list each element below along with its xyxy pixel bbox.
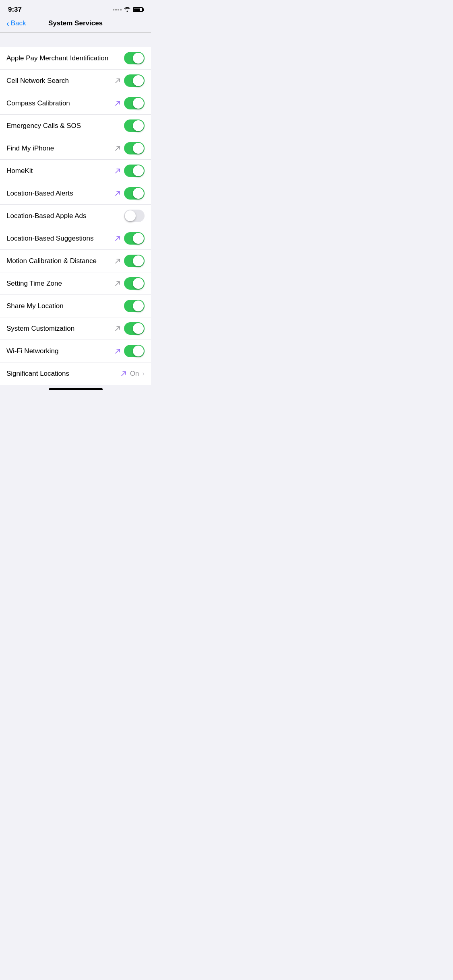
row-label-share-my-location: Share My Location: [6, 302, 64, 310]
row-label-compass: Compass Calibration: [6, 99, 70, 107]
settings-row-location-alerts[interactable]: Location-Based Alerts: [0, 182, 151, 205]
row-label-find-my-iphone: Find My iPhone: [6, 144, 54, 152]
settings-row-homekit[interactable]: HomeKit: [0, 160, 151, 182]
location-arrow-icon-compass: [114, 100, 121, 107]
row-right-wifi-networking: [114, 345, 145, 357]
toggle-knob-emergency: [133, 120, 144, 131]
nav-bar: ‹ Back System Services: [0, 16, 151, 33]
row-right-motion-calibration: [114, 255, 145, 267]
toggle-knob-location-suggestions: [133, 233, 144, 244]
row-right-homekit: [114, 165, 145, 177]
toggle-knob-compass: [133, 98, 144, 109]
row-label-cell-network: Cell Network Search: [6, 77, 69, 85]
status-time: 9:37: [8, 6, 22, 14]
row-label-homekit: HomeKit: [6, 167, 33, 175]
row-label-wifi-networking: Wi-Fi Networking: [6, 347, 58, 355]
settings-row-cell-network[interactable]: Cell Network Search: [0, 70, 151, 92]
row-label-apple-pay: Apple Pay Merchant Identification: [6, 54, 108, 62]
location-arrow-icon-cell-network: [114, 78, 121, 84]
toggle-apple-pay[interactable]: [124, 52, 145, 64]
row-right-location-suggestions: [114, 232, 145, 245]
toggle-knob-location-alerts: [133, 188, 144, 199]
page-title: System Services: [48, 19, 103, 27]
back-button[interactable]: ‹ Back: [6, 19, 26, 28]
row-right-location-apple-ads: [124, 210, 145, 222]
toggle-knob-share-my-location: [133, 301, 144, 311]
wifi-icon: [124, 6, 130, 13]
section-header: [0, 33, 151, 47]
toggle-share-my-location[interactable]: [124, 300, 145, 312]
row-right-setting-time-zone: [114, 277, 145, 290]
row-label-location-suggestions: Location-Based Suggestions: [6, 235, 93, 243]
row-right-find-my-iphone: [114, 142, 145, 154]
row-right-location-alerts: [114, 187, 145, 200]
sig-loc-value: On: [130, 370, 139, 378]
status-icons: [113, 6, 143, 13]
row-right-cell-network: [114, 74, 145, 87]
toggle-homekit[interactable]: [124, 165, 145, 177]
status-bar: 9:37: [0, 0, 151, 16]
settings-row-location-apple-ads[interactable]: Location-Based Apple Ads: [0, 205, 151, 227]
row-right-share-my-location: [124, 300, 145, 312]
toggle-setting-time-zone[interactable]: [124, 277, 145, 290]
location-arrow-icon-location-alerts: [114, 190, 121, 197]
row-label-location-apple-ads: Location-Based Apple Ads: [6, 212, 86, 220]
location-arrow-icon-find-my-iphone: [114, 145, 121, 152]
location-arrow-icon-setting-time-zone: [114, 280, 121, 287]
row-label-emergency: Emergency Calls & SOS: [6, 122, 81, 130]
location-arrow-icon-wifi-networking: [114, 348, 121, 354]
settings-row-motion-calibration[interactable]: Motion Calibration & Distance: [0, 250, 151, 272]
toggle-knob-location-apple-ads: [125, 210, 136, 221]
location-arrow-icon-significant-locations: [120, 371, 127, 377]
settings-list: Apple Pay Merchant IdentificationCell Ne…: [0, 47, 151, 385]
row-right-compass: [114, 97, 145, 109]
row-label-system-customization: System Customization: [6, 325, 74, 333]
toggle-knob-find-my-iphone: [133, 143, 144, 154]
toggle-knob-apple-pay: [133, 53, 144, 64]
settings-row-share-my-location[interactable]: Share My Location: [0, 295, 151, 317]
settings-row-wifi-networking[interactable]: Wi-Fi Networking: [0, 340, 151, 362]
toggle-system-customization[interactable]: [124, 322, 145, 335]
location-arrow-icon-system-customization: [114, 325, 121, 332]
settings-row-system-customization[interactable]: System Customization: [0, 317, 151, 340]
toggle-knob-system-customization: [133, 323, 144, 334]
toggle-location-suggestions[interactable]: [124, 232, 145, 245]
row-label-significant-locations: Significant Locations: [6, 370, 69, 378]
sig-loc-detail: On›: [130, 370, 145, 378]
row-label-motion-calibration: Motion Calibration & Distance: [6, 257, 97, 265]
back-chevron-icon: ‹: [6, 19, 9, 28]
toggle-knob-setting-time-zone: [133, 278, 144, 289]
location-arrow-icon-motion-calibration: [114, 258, 121, 264]
row-label-setting-time-zone: Setting Time Zone: [6, 280, 62, 288]
settings-row-significant-locations[interactable]: Significant Locations On›: [0, 362, 151, 385]
signal-icon: [113, 9, 122, 10]
toggle-knob-cell-network: [133, 75, 144, 86]
row-right-emergency: [124, 119, 145, 132]
row-right-system-customization: [114, 322, 145, 335]
settings-row-setting-time-zone[interactable]: Setting Time Zone: [0, 272, 151, 295]
toggle-motion-calibration[interactable]: [124, 255, 145, 267]
settings-row-emergency[interactable]: Emergency Calls & SOS: [0, 115, 151, 137]
home-indicator: [0, 385, 151, 393]
settings-row-apple-pay[interactable]: Apple Pay Merchant Identification: [0, 47, 151, 70]
toggle-cell-network[interactable]: [124, 74, 145, 87]
settings-row-compass[interactable]: Compass Calibration: [0, 92, 151, 115]
row-label-location-alerts: Location-Based Alerts: [6, 189, 73, 198]
toggle-knob-wifi-networking: [133, 346, 144, 356]
toggle-knob-homekit: [133, 165, 144, 176]
toggle-wifi-networking[interactable]: [124, 345, 145, 357]
toggle-emergency[interactable]: [124, 119, 145, 132]
home-bar: [49, 388, 103, 390]
location-arrow-icon-location-suggestions: [114, 235, 121, 242]
sig-loc-chevron-icon: ›: [142, 370, 145, 378]
settings-row-find-my-iphone[interactable]: Find My iPhone: [0, 137, 151, 160]
back-label: Back: [11, 19, 26, 27]
toggle-find-my-iphone[interactable]: [124, 142, 145, 154]
location-arrow-icon-homekit: [114, 168, 121, 174]
toggle-location-apple-ads[interactable]: [124, 210, 145, 222]
toggle-knob-motion-calibration: [133, 255, 144, 266]
toggle-compass[interactable]: [124, 97, 145, 109]
toggle-location-alerts[interactable]: [124, 187, 145, 200]
settings-row-location-suggestions[interactable]: Location-Based Suggestions: [0, 227, 151, 250]
battery-icon: [133, 7, 143, 12]
